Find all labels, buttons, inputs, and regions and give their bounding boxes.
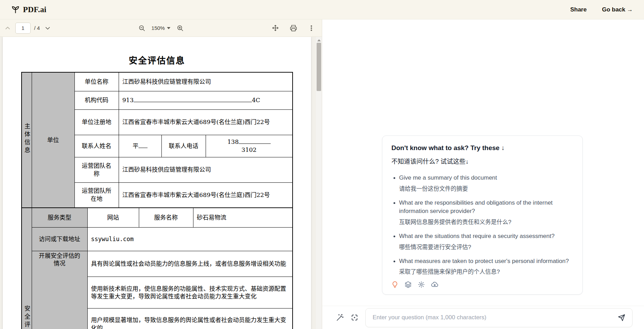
page-navigation: / 4 — [3, 23, 53, 34]
contact-phone-label: 联系人电话 — [161, 135, 206, 157]
more-options-button[interactable] — [307, 23, 316, 33]
service-name-label: 服务名称 — [139, 208, 193, 227]
settings-gear-icon[interactable] — [418, 281, 425, 288]
security-assessment-table: 安全评估 服务类型 网站 服务名称 砂石易物流 访问或下载地址 ssywuliu… — [21, 207, 293, 329]
chat-pane: Don't know what to ask? Try these ↓ 不知道该… — [322, 19, 644, 329]
suggested-question-zh[interactable]: 请给我一份这份文件的摘要 — [399, 185, 573, 193]
suggested-question-en[interactable]: What measures are taken to protect user'… — [399, 257, 573, 266]
page-total-label: / 4 — [34, 25, 40, 31]
pdf-toolbar: / 4 150% — [0, 19, 322, 37]
page-number-input[interactable] — [15, 23, 31, 34]
unit-name-value: 江西砂易科技供应链管理有限公司 — [119, 72, 293, 91]
pdf-viewer-pane: / 4 150% — [0, 19, 322, 329]
access-address-value: ssywuliu.com — [87, 227, 293, 251]
suggested-question-en[interactable]: What are the responsibilities and obliga… — [399, 199, 573, 216]
zoom-in-button[interactable] — [175, 23, 185, 33]
chat-input-bar — [322, 306, 644, 329]
pdf-scrollbar[interactable] — [316, 37, 322, 329]
suggestions-title-zh: 不知道该问什么? 试试这些↓ — [391, 156, 573, 165]
caret-down-icon — [167, 27, 170, 29]
unit-name-label: 单位名称 — [74, 72, 119, 91]
team-name-label: 运营团队名称 — [74, 157, 119, 182]
blank-underline — [239, 139, 271, 144]
pdf-ai-app: PDF.ai Share Go back → / 4 — [0, 0, 644, 329]
suggestions-list: Give me a summary of this document 请给我一份… — [391, 174, 573, 276]
assessment-situation-2: 使用新技术新应用，使信息服务的功能属性、技术实现方式、基础资源配置等发生重大变更… — [87, 277, 293, 309]
subject-info-table: 主体信息 单位 单位名称 江西砂易科技供应链管理有限公司 机构代码 9134C … — [21, 72, 293, 208]
header-links: Share Go back → — [570, 6, 633, 13]
access-address-label: 访问或下载地址 — [32, 227, 87, 251]
scrollbar-thumb[interactable] — [317, 43, 321, 91]
suggested-question-zh[interactable]: 哪些情况需要进行安全评估? — [399, 243, 573, 251]
question-input[interactable] — [373, 314, 614, 321]
section1-side-cell: 主体信息 — [22, 72, 32, 208]
scrollbar-up-arrow-icon[interactable] — [317, 39, 321, 41]
section1-side-label: 主体信息 — [23, 123, 31, 155]
suggestions-title-en: Don't know what to ask? Try these ↓ — [391, 144, 573, 152]
suggested-question-zh[interactable]: 采取了哪些措施来保护用户的个人信息? — [399, 268, 573, 276]
unit-group-cell: 单位 — [32, 72, 74, 208]
service-type-value: 网站 — [87, 208, 139, 227]
contact-phone-value: 138 3102 — [206, 135, 293, 157]
list-item: What measures are taken to protect user'… — [399, 257, 573, 276]
app-name: PDF.ai — [23, 5, 46, 14]
pdf-viewport: 安全评估信息 主体信息 单位 单位名称 江西砂易科技供应链管理有限公司 机构代码… — [0, 37, 322, 329]
lightbulb-icon[interactable] — [391, 281, 398, 288]
cloud-download-icon[interactable] — [431, 281, 438, 288]
list-item: What are the situations that require a s… — [399, 232, 573, 251]
team-address-value: 江西省宜春市丰城市紫云大道689号(名仕兰庭)西门22号 — [119, 182, 293, 208]
magic-wand-icon[interactable] — [336, 314, 344, 321]
table-row: 访问或下载地址 ssywuliu.com — [22, 227, 293, 251]
list-item: What are the responsibilities and obliga… — [399, 199, 573, 226]
suggested-questions-card: Don't know what to ask? Try these ↓ 不知道该… — [382, 135, 583, 295]
focus-scan-icon[interactable] — [351, 314, 358, 321]
contact-name-label: 联系人姓名 — [74, 135, 119, 157]
section2-side-cell: 安全评估 — [22, 208, 32, 329]
service-type-label: 服务类型 — [32, 208, 87, 227]
registered-address-label: 单位注册地 — [74, 109, 119, 135]
zoom-level-dropdown[interactable]: 150% — [151, 25, 170, 31]
layers-icon[interactable] — [405, 281, 412, 288]
question-input-box — [365, 308, 633, 327]
app-header: PDF.ai Share Go back → — [0, 0, 644, 19]
app-logo[interactable]: PDF.ai — [11, 5, 46, 14]
team-address-label: 运营团队所在地 — [74, 182, 119, 208]
print-button[interactable] — [288, 23, 298, 33]
assessment-situation-3: 用户规模显著增加，导致信息服务的舆论属性或者社会动员能力发生重大变化的 — [87, 309, 293, 329]
next-page-button[interactable] — [43, 23, 53, 33]
list-item: Give me a summary of this document 请给我一份… — [399, 174, 573, 193]
pan-tool-button[interactable] — [270, 23, 280, 33]
card-action-icons — [391, 281, 438, 288]
assessment-situation-1: 具有舆论属性或社会动员能力的信息服务上线，或者信息服务增设相关功能 — [87, 251, 293, 277]
org-code-label: 机构代码 — [74, 91, 119, 109]
table-row: 开展安全评估的情况 具有舆论属性或社会动员能力的信息服务上线，或者信息服务增设相… — [22, 251, 293, 277]
service-name-value: 砂石易物流 — [193, 208, 293, 227]
suggested-question-zh[interactable]: 互联网信息服务提供者的责任和义务是什么? — [399, 218, 573, 226]
send-button[interactable] — [618, 314, 625, 321]
document-title: 安全评估信息 — [3, 54, 311, 66]
pdf-page: 安全评估信息 主体信息 单位 单位名称 江西砂易科技供应链管理有限公司 机构代码… — [3, 37, 311, 329]
section2-side-label: 安全评估 — [23, 305, 31, 329]
toolbar-actions — [270, 23, 316, 33]
suggested-question-en[interactable]: Give me a summary of this document — [399, 174, 573, 182]
zoom-controls: 150% — [137, 23, 185, 33]
table-row: 安全评估 服务类型 网站 服务名称 砂石易物流 — [22, 208, 293, 227]
table-row: 主体信息 单位 单位名称 江西砂易科技供应链管理有限公司 — [22, 72, 293, 91]
registered-address-value: 江西省宜春市丰城市紫云大道689号(名仕兰庭)西门22号 — [119, 109, 293, 135]
team-name-value: 江西砂易科技供应链管理有限公司 — [119, 157, 293, 182]
zoom-out-button[interactable] — [137, 23, 146, 33]
seedling-logo-icon — [11, 5, 20, 14]
suggested-question-en[interactable]: What are the situations that require a s… — [399, 232, 573, 241]
blank-underline — [138, 143, 148, 148]
zoom-level-value: 150% — [151, 25, 165, 31]
blank-underline — [134, 97, 252, 102]
org-code-value: 9134C — [119, 91, 293, 109]
previous-page-button[interactable] — [3, 23, 13, 33]
go-back-button[interactable]: Go back → — [602, 6, 633, 13]
contact-name-value: 平 — [119, 135, 161, 157]
share-button[interactable]: Share — [570, 6, 587, 13]
assessment-status-label: 开展安全评估的情况 — [32, 251, 87, 329]
